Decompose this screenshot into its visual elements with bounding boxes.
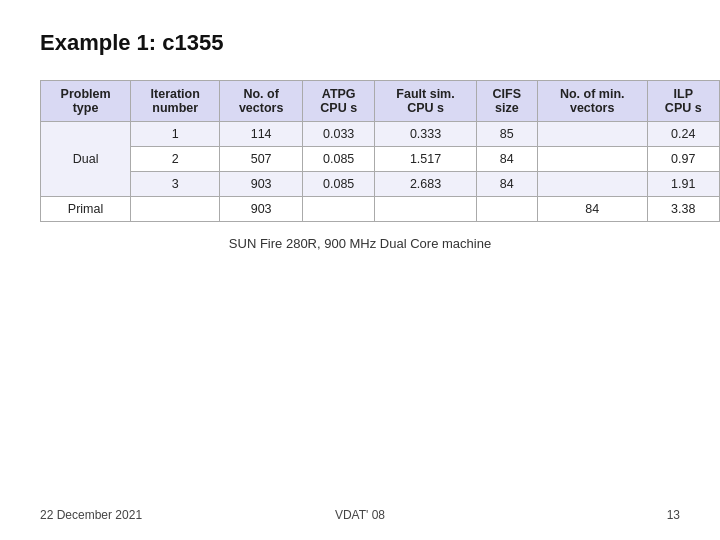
footer-left: 22 December 2021	[40, 508, 142, 522]
cell-fault-sim-cpu: 0.333	[375, 122, 476, 147]
cell-no-min-vectors	[537, 122, 647, 147]
cell-atpg-cpu: 0.085	[302, 172, 374, 197]
subtitle: SUN Fire 280R, 900 MHz Dual Core machine	[40, 236, 680, 251]
cell-cifs-size: 85	[476, 122, 537, 147]
col-header-fault-sim-cpu: Fault sim.CPU s	[375, 81, 476, 122]
col-header-no-vectors: No. ofvectors	[220, 81, 303, 122]
cell-ilp-cpu: 1.91	[647, 172, 719, 197]
cell-iteration: 3	[131, 172, 220, 197]
col-header-no-min-vectors: No. of min.vectors	[537, 81, 647, 122]
cell-iteration: 1	[131, 122, 220, 147]
cell-iteration: 2	[131, 147, 220, 172]
cell-no-vectors: 114	[220, 122, 303, 147]
col-header-iteration-number: Iterationnumber	[131, 81, 220, 122]
cell-fault-sim-cpu	[375, 197, 476, 222]
cell-no-min-vectors	[537, 147, 647, 172]
col-header-problem-type: Problemtype	[41, 81, 131, 122]
slide: Example 1: c1355 Problemtype Iterationnu…	[0, 0, 720, 540]
col-header-cifs-size: CIFSsize	[476, 81, 537, 122]
cell-cifs-size	[476, 197, 537, 222]
cell-iteration	[131, 197, 220, 222]
data-table: Problemtype Iterationnumber No. ofvector…	[40, 80, 720, 222]
page-title: Example 1: c1355	[40, 30, 680, 56]
cell-no-min-vectors: 84	[537, 197, 647, 222]
cell-cifs-size: 84	[476, 172, 537, 197]
footer-right: 13	[667, 508, 680, 522]
cell-fault-sim-cpu: 2.683	[375, 172, 476, 197]
cell-ilp-cpu: 3.38	[647, 197, 719, 222]
cell-cifs-size: 84	[476, 147, 537, 172]
cell-atpg-cpu: 0.033	[302, 122, 374, 147]
cell-no-min-vectors	[537, 172, 647, 197]
col-header-atpg-cpu: ATPGCPU s	[302, 81, 374, 122]
footer-center: VDAT' 08	[335, 508, 385, 522]
col-header-ilp-cpu: ILPCPU s	[647, 81, 719, 122]
cell-no-vectors: 903	[220, 197, 303, 222]
cell-problem-type: Dual	[41, 122, 131, 197]
cell-atpg-cpu	[302, 197, 374, 222]
cell-no-vectors: 507	[220, 147, 303, 172]
cell-fault-sim-cpu: 1.517	[375, 147, 476, 172]
table-row: Primal903843.38	[41, 197, 720, 222]
table-row: 25070.0851.517840.97	[41, 147, 720, 172]
cell-atpg-cpu: 0.085	[302, 147, 374, 172]
cell-no-vectors: 903	[220, 172, 303, 197]
cell-problem-type: Primal	[41, 197, 131, 222]
cell-ilp-cpu: 0.24	[647, 122, 719, 147]
cell-ilp-cpu: 0.97	[647, 147, 719, 172]
table-row: Dual11140.0330.333850.24	[41, 122, 720, 147]
table-row: 39030.0852.683841.91	[41, 172, 720, 197]
